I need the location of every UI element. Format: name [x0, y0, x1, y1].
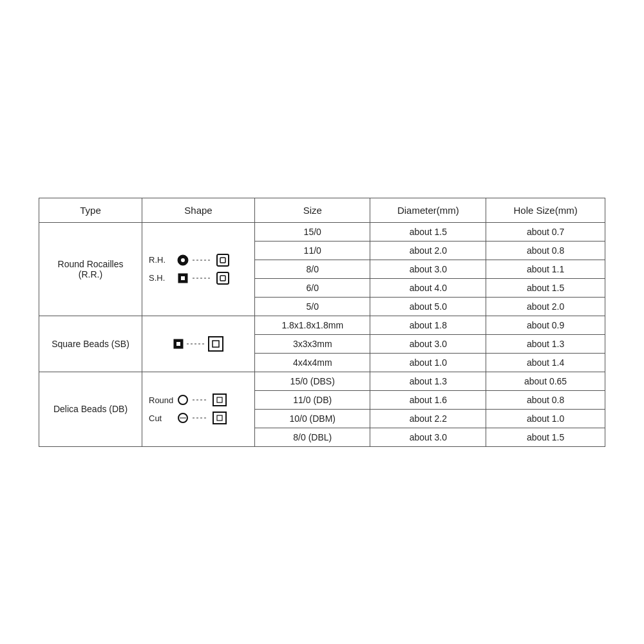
svg-rect-22 [213, 412, 226, 424]
diameter-cell: about 3.0 [370, 334, 486, 353]
diameter-cell: about 1.5 [370, 222, 486, 241]
size-cell: 8/0 [255, 260, 370, 278]
size-cell: 8/0 (DBL) [255, 428, 370, 446]
diameter-cell: about 4.0 [370, 278, 486, 297]
shape-container-db: Round [149, 390, 248, 428]
svg-rect-6 [181, 276, 185, 280]
svg-rect-8 [217, 272, 229, 284]
diameter-cell: about 1.8 [370, 316, 486, 334]
hole-cell: about 1.5 [486, 428, 605, 446]
rh-connector [193, 254, 212, 266]
db-round-label: Round [149, 395, 173, 405]
size-cell: 4x4x4mm [255, 353, 370, 372]
hole-cell: about 0.8 [486, 241, 605, 260]
db-round-connector [193, 394, 208, 406]
type-delica-beads: Delica Beads (DB) [39, 372, 142, 446]
svg-rect-13 [209, 337, 223, 351]
shape-db-cut-row: Cut [149, 411, 227, 425]
shape-rh-row: R.H. [149, 253, 230, 267]
sh-label: S.H. [149, 273, 173, 283]
diameter-cell: about 1.6 [370, 390, 486, 409]
size-cell: 3x3x3mm [255, 334, 370, 353]
hole-cell: about 0.7 [486, 222, 605, 241]
type-square-beads: Square Beads (SB) [39, 316, 142, 372]
size-cell: 11/0 (DB) [255, 390, 370, 409]
sh-connector [193, 272, 212, 284]
size-cell: 1.8x1.8x1.8mm [255, 316, 370, 334]
shape-container-sb [149, 336, 248, 352]
size-cell: 6/0 [255, 278, 370, 297]
sb-connector [187, 338, 205, 350]
db-round-large [212, 393, 227, 407]
table-row: Square Beads (SB) [39, 316, 605, 334]
sh-large-bead [216, 271, 230, 285]
table-row: Round Rocailles (R.R.) R.H. [39, 222, 605, 241]
shape-sh-row: S.H. [149, 271, 230, 285]
col-diameter: Diameter(mm) [370, 198, 486, 222]
svg-rect-17 [213, 394, 226, 406]
rh-large-bead [216, 253, 230, 267]
hole-cell: about 1.5 [486, 278, 605, 297]
svg-point-15 [178, 395, 187, 404]
hole-cell: about 0.9 [486, 316, 605, 334]
db-cut-small [177, 412, 189, 424]
svg-rect-23 [217, 415, 222, 421]
svg-rect-9 [220, 276, 225, 281]
col-shape: Shape [142, 198, 255, 222]
svg-rect-11 [176, 342, 180, 346]
header-row: Type Shape Size Diameter(mm) Hole Size(m… [39, 198, 605, 222]
bead-reference-table: Type Shape Size Diameter(mm) Hole Size(m… [39, 198, 605, 447]
type-round-rocailles: Round Rocailles (R.R.) [39, 222, 142, 316]
shape-delica-beads: Round [142, 372, 255, 446]
svg-rect-18 [217, 397, 222, 402]
rh-label: R.H. [149, 255, 173, 265]
col-type: Type [39, 198, 142, 222]
table-container: Type Shape Size Diameter(mm) Hole Size(m… [39, 198, 605, 447]
db-cut-large [212, 411, 227, 425]
col-size: Size [255, 198, 370, 222]
sh-small-bead [177, 272, 189, 284]
page-wrapper: Type Shape Size Diameter(mm) Hole Size(m… [0, 0, 644, 644]
shape-container-rr: R.H. [149, 251, 248, 288]
size-cell: 5/0 [255, 297, 370, 316]
diameter-cell: about 3.0 [370, 260, 486, 278]
hole-cell: about 1.1 [486, 260, 605, 278]
shape-square-beads [142, 316, 255, 372]
svg-rect-3 [217, 254, 229, 266]
rh-small-bead [177, 254, 189, 266]
size-cell: 10/0 (DBM) [255, 409, 370, 428]
sb-small-bead [173, 338, 184, 350]
sb-large-bead [207, 336, 224, 352]
svg-point-1 [181, 258, 185, 262]
db-round-small [177, 394, 189, 406]
hole-cell: about 0.8 [486, 390, 605, 409]
hole-cell: about 0.65 [486, 372, 605, 390]
col-hole: Hole Size(mm) [486, 198, 605, 222]
hole-cell: about 1.3 [486, 334, 605, 353]
svg-rect-14 [213, 341, 219, 347]
diameter-cell: about 1.3 [370, 372, 486, 390]
diameter-cell: about 2.0 [370, 241, 486, 260]
size-cell: 11/0 [255, 241, 370, 260]
hole-cell: about 1.0 [486, 409, 605, 428]
size-cell: 15/0 (DBS) [255, 372, 370, 390]
diameter-cell: about 1.0 [370, 353, 486, 372]
shape-db-round-row: Round [149, 393, 227, 407]
shape-round-rocailles: R.H. [142, 222, 255, 316]
diameter-cell: about 2.2 [370, 409, 486, 428]
size-cell: 15/0 [255, 222, 370, 241]
diameter-cell: about 3.0 [370, 428, 486, 446]
hole-cell: about 2.0 [486, 297, 605, 316]
db-cut-label: Cut [149, 413, 173, 423]
db-cut-connector [193, 412, 208, 424]
table-row: Delica Beads (DB) Round [39, 372, 605, 390]
svg-rect-4 [220, 258, 225, 263]
diameter-cell: about 5.0 [370, 297, 486, 316]
hole-cell: about 1.4 [486, 353, 605, 372]
